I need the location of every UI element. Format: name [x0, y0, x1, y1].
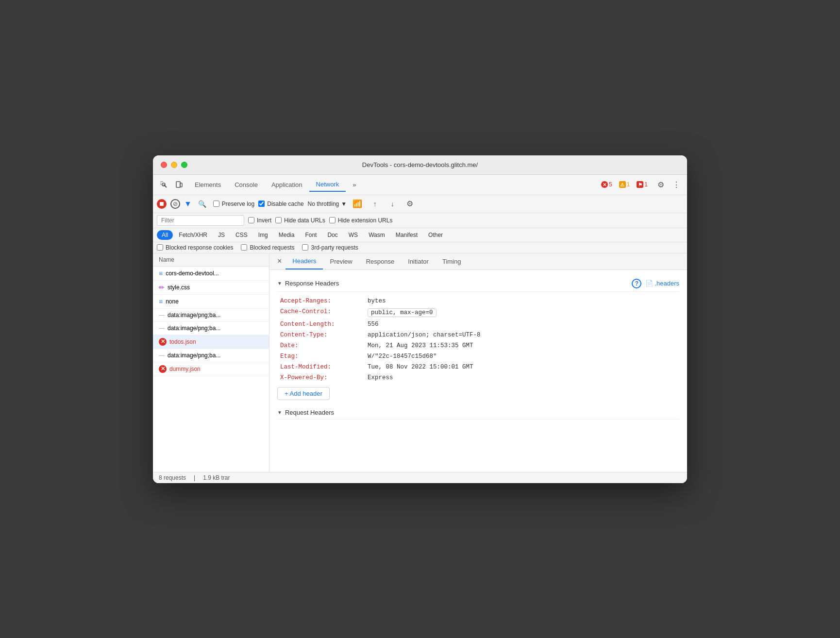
upload-icon[interactable]: ↑	[368, 197, 382, 211]
img-icon-3: —	[159, 312, 165, 319]
network-settings-icon[interactable]: ⚙	[403, 197, 417, 211]
filter-input[interactable]	[157, 215, 244, 226]
more-options-icon[interactable]: ⋮	[670, 178, 683, 191]
tab-initiator[interactable]: Initiator	[401, 254, 436, 269]
file-name-5: todos.json	[169, 338, 263, 345]
tab-response[interactable]: Response	[359, 254, 402, 269]
help-icon[interactable]: ?	[632, 279, 641, 288]
file-item-3[interactable]: — data:image/png;ba...	[153, 309, 269, 322]
issue-badge[interactable]: ⚑ 1	[634, 180, 650, 189]
tab-elements[interactable]: Elements	[188, 178, 228, 191]
file-name-0: cors-demo-devtool...	[166, 270, 263, 277]
clear-button[interactable]: ⊘	[170, 199, 180, 209]
add-header-button[interactable]: + Add header	[277, 387, 330, 400]
close-button[interactable]	[161, 162, 167, 168]
divider: |	[194, 474, 195, 481]
header-row-0: Accept-Ranges: bytes	[277, 296, 679, 306]
blocked-cookies-checkbox[interactable]	[157, 244, 163, 251]
file-list: Name ≡ cors-demo-devtool... ✏ style.css …	[153, 253, 269, 472]
header-value-6: Tue, 08 Nov 2022 15:00:01 GMT	[365, 362, 679, 372]
preserve-log-checkbox[interactable]	[213, 201, 219, 207]
preserve-log-text: Preserve log	[222, 201, 254, 207]
disable-cache-label[interactable]: Disable cache	[258, 201, 303, 207]
invert-text: Invert	[257, 217, 271, 224]
headers-file-link[interactable]: 📄 .headers	[645, 280, 679, 287]
filter-all-button[interactable]: All	[157, 230, 173, 240]
invert-checkbox[interactable]	[248, 217, 254, 223]
third-party-checkbox[interactable]	[302, 244, 308, 251]
file-item-4[interactable]: — data:image/png;ba...	[153, 322, 269, 335]
third-party-requests-label[interactable]: 3rd-party requests	[302, 244, 358, 251]
wifi-icon[interactable]: 📶	[351, 197, 364, 211]
filter-doc-button[interactable]: Doc	[322, 230, 342, 240]
invert-label[interactable]: Invert	[248, 217, 271, 224]
filter-media-button[interactable]: Media	[274, 230, 300, 240]
response-headers-section: Response Headers ? 📄 .headers	[277, 276, 679, 292]
tab-console[interactable]: Console	[228, 178, 265, 191]
header-name-0: Accept-Ranges:	[277, 296, 365, 306]
file-item-0[interactable]: ≡ cors-demo-devtool...	[153, 267, 269, 281]
request-headers-section: Request Headers	[277, 406, 679, 420]
settings-icon[interactable]: ⚙	[654, 178, 668, 191]
blocked-response-cookies-label[interactable]: Blocked response cookies	[157, 244, 233, 251]
detail-content: Response Headers ? 📄 .headers	[269, 270, 687, 472]
hide-extension-urls-checkbox[interactable]	[329, 217, 336, 223]
warning-badge[interactable]: ⚠ 1	[617, 180, 633, 189]
transferred-size: 1.9 kB trar	[203, 474, 230, 481]
file-item-7[interactable]: ✕ dummy.json	[153, 362, 269, 376]
filter-icon[interactable]: ▼	[184, 200, 192, 208]
filter-css-button[interactable]: CSS	[231, 230, 252, 240]
blocked-requests-text: Blocked requests	[250, 244, 294, 251]
blocked-options-row: Blocked response cookies Blocked request…	[153, 242, 687, 253]
header-value-7: Express	[365, 372, 679, 383]
header-name-5: Etag:	[277, 351, 365, 362]
preserve-log-label[interactable]: Preserve log	[213, 201, 254, 207]
filter-font-button[interactable]: Font	[300, 230, 321, 240]
response-headers-title: Response Headers	[277, 280, 339, 287]
hide-data-urls-checkbox[interactable]	[275, 217, 282, 223]
warning-count: 1	[627, 181, 630, 188]
file-name-7: dummy.json	[169, 366, 263, 372]
download-icon[interactable]: ↓	[386, 197, 399, 211]
svg-rect-1	[160, 183, 161, 184]
throttle-label: No throttling	[308, 201, 339, 207]
header-row-2: Content-Length: 556	[277, 319, 679, 330]
headers-file-text: .headers	[655, 280, 679, 287]
stop-recording-button[interactable]	[157, 199, 167, 209]
filter-manifest-button[interactable]: Manifest	[391, 230, 422, 240]
svg-rect-4	[176, 182, 180, 187]
close-detail-button[interactable]: ×	[273, 254, 286, 269]
disable-cache-checkbox[interactable]	[258, 201, 265, 207]
device-toolbar-icon[interactable]	[172, 178, 186, 191]
filter-wasm-button[interactable]: Wasm	[364, 230, 390, 240]
filter-ws-button[interactable]: WS	[344, 230, 363, 240]
filter-other-button[interactable]: Other	[423, 230, 448, 240]
hide-data-urls-label[interactable]: Hide data URLs	[275, 217, 325, 224]
tab-timing[interactable]: Timing	[436, 254, 468, 269]
filter-fetch-xhr-button[interactable]: Fetch/XHR	[174, 230, 212, 240]
window-title: DevTools - cors-demo-devtools.glitch.me/	[362, 161, 478, 168]
inspect-element-icon[interactable]	[157, 178, 170, 191]
file-item-6[interactable]: — data:image/png;ba...	[153, 349, 269, 362]
error-badge[interactable]: ✕ 5	[599, 180, 615, 189]
file-item-2[interactable]: ≡ none	[153, 295, 269, 309]
throttle-select[interactable]: No throttling ▼	[308, 201, 347, 207]
file-item-5[interactable]: ✕ todos.json	[153, 335, 269, 349]
tab-preview[interactable]: Preview	[323, 254, 359, 269]
blocked-requests-label[interactable]: Blocked requests	[241, 244, 294, 251]
minimize-button[interactable]	[171, 162, 177, 168]
filter-js-button[interactable]: JS	[213, 230, 230, 240]
detail-tabs: × Headers Preview Response Initiator Tim…	[269, 253, 687, 270]
hide-extension-urls-label[interactable]: Hide extension URLs	[329, 217, 393, 224]
file-item-1[interactable]: ✏ style.css	[153, 281, 269, 295]
search-button[interactable]: 🔍	[196, 197, 209, 211]
tab-application[interactable]: Application	[265, 178, 309, 191]
tab-headers[interactable]: Headers	[286, 253, 323, 269]
tab-more[interactable]: »	[346, 178, 363, 191]
filter-img-button[interactable]: Img	[253, 230, 273, 240]
blocked-requests-checkbox[interactable]	[241, 244, 247, 251]
doc-icon-2: ≡	[159, 298, 163, 305]
badge-group: ✕ 5 ⚠ 1 ⚑ 1	[599, 180, 650, 189]
tab-network[interactable]: Network	[309, 178, 346, 192]
maximize-button[interactable]	[181, 162, 187, 168]
